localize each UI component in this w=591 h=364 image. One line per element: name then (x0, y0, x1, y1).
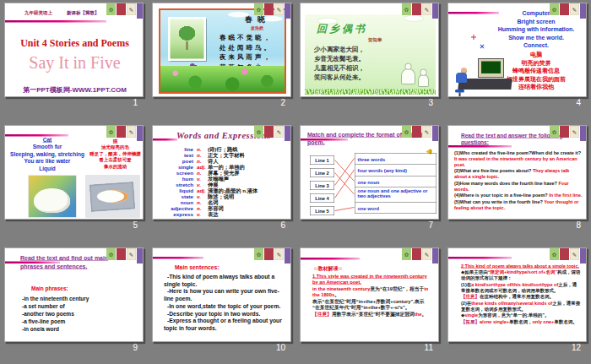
note-explanation: in the nineteenth century意为“在19世纪”，相当于in… (312, 285, 431, 298)
grass-illustration (305, 90, 436, 95)
template-corner-decoration: ✿ ✎ (253, 3, 291, 19)
lying-cat-shape (97, 190, 128, 203)
slide-cell-5: ✿ ✎ Cat Smooth fur Sleeping, waking, str… (4, 125, 144, 231)
monitor-icon (478, 58, 504, 78)
slide-number: 12 (447, 342, 587, 353)
berry-tile-icon (560, 3, 569, 15)
template-corner-decoration: ✿ ✎ (549, 3, 587, 19)
flower-tile-icon: ✿ (254, 126, 263, 138)
poem-line: Liquid (8, 165, 87, 172)
sentence-item: -This kind of poem always talks about a … (164, 273, 284, 288)
sparkle-icon (479, 43, 485, 50)
white-cat-shape (34, 188, 70, 213)
pen-tile-icon: ✎ (570, 126, 579, 138)
slide-cell-1: 九年级英语上 新课标【冀教】 ✿ ✎ Unit 4 Stories and Po… (4, 3, 144, 108)
slide-10-thumbnail[interactable]: ✿ ✎ Main sentences: -This kind of poem a… (152, 247, 291, 342)
sentence-item: -In one word,state the topic of your poe… (164, 302, 284, 310)
old-man-cartoon (401, 68, 415, 84)
poem-line: 笑问客从何处来。 (314, 73, 365, 82)
poem-line: 油光锃亮的毛 (87, 144, 144, 151)
vocab-meaning: 陈述；说明 (208, 193, 234, 199)
poem-text: 少小离家老大回， 乡音无改鬓毛衰。 儿童相见不相识， 笑问客从何处来。 (314, 45, 365, 82)
berry-tile-icon (412, 126, 421, 138)
poem-line: Sleeping, waking, stretching (8, 150, 87, 158)
slide-cell-10: ✿ ✎ Main sentences: -This kind of poem a… (152, 247, 291, 353)
note-rule: ◆single为形容词，意为“单一的;单独的”。 (461, 312, 581, 318)
vocab-meaning: 单一的；单独的 (208, 164, 245, 170)
vocab-pos: v. (197, 182, 208, 187)
poem-line: Connect. (491, 41, 582, 50)
pen-tile-icon: ✎ (274, 248, 284, 260)
slide-7-thumbnail[interactable]: ✿ ✎ Match and complete the format of a f… (300, 125, 439, 220)
slide-5-thumbnail[interactable]: ✿ ✎ Cat Smooth fur Sleeping, waking, str… (4, 125, 144, 220)
slide-11-thumbnail[interactable]: ✿ ✎ ☆教材解读☆ 1.This style was created in t… (300, 247, 439, 342)
answer-text: It was created in the nineteenth century… (454, 156, 577, 167)
lotus-pond-illustration (160, 66, 285, 92)
pen-tile-icon: ✎ (127, 3, 136, 15)
purple-corner-block (137, 248, 144, 263)
slide-number: 9 (4, 342, 144, 353)
slide-number: 5 (4, 220, 144, 231)
slide-3-thumbnail[interactable]: 回乡偶书 贺知章 少小离家老大回， 乡音无改鬓毛衰。 儿童相见不相识， 笑问客从… (300, 3, 439, 97)
vocab-meaning: 形容词 (208, 205, 224, 211)
purple-corner-block (432, 126, 439, 141)
slide-number: 3 (300, 97, 439, 108)
template-corner-decoration: ✿ ✎ (401, 248, 439, 263)
pen-tile-icon: ✎ (422, 248, 431, 260)
vocab-word: single (153, 164, 197, 170)
cat-photo-left (29, 176, 76, 217)
vocab-pos: n. (197, 205, 208, 211)
template-corner-decoration: ✿ ✎ (253, 126, 291, 141)
vocab-meaning: 屏幕；荧光屏 (208, 170, 240, 176)
template-corner-decoration: ✿ ✎ (401, 3, 439, 19)
vocab-word: state (153, 193, 197, 199)
vocab-row: nounn.名词 (153, 199, 291, 205)
slide-2-thumbnail[interactable]: 春晓 孟浩然 春眠不觉晓， 处处闻啼鸟。 夜来风雨声， 花落知多少。 ✿ ✎ (152, 3, 291, 97)
slide-cell-6: ✿ ✎ Words and Expressions linen.(诗)行；路线 … (152, 125, 291, 231)
qa-item: (1)Who created the five-line poem?When d… (454, 149, 583, 167)
slide-9-thumbnail[interactable]: ✿ ✎ Read the text and find out main phra… (4, 247, 144, 342)
note-rule: (1)在a kind/sort/type of/this kind/sort/t… (461, 281, 581, 293)
vocabulary-list: linen.(诗)行；路线 textn.正文；文字材料 poetn.诗人 sin… (153, 146, 291, 217)
course-header-left: 九年级英语上 (24, 9, 52, 16)
poem-line: 看上去柔软可爱 (87, 157, 144, 164)
pen-tile-icon: ✎ (274, 126, 284, 138)
slide-12-thumbnail[interactable]: ✿ ✎ 2.This kind of poem always talks abo… (447, 247, 587, 342)
question-text: (2)What are five-line poems about? (454, 168, 531, 173)
note-sentence: 2.This kind of poem always talks about a… (461, 263, 581, 269)
vocab-row: adjectiven.形容词 (153, 205, 291, 211)
qa-item: (4)Where is your topic in a five-line po… (454, 193, 583, 198)
slide-1-thumbnail[interactable]: 九年级英语上 新课标【冀教】 ✿ ✎ Unit 4 Stories and Po… (4, 3, 144, 97)
template-corner-decoration: ✿ ✎ (549, 248, 587, 263)
vocab-pos: n. (197, 146, 208, 152)
sentence-item: -Express a thought or a feeling about yo… (164, 318, 284, 333)
computer-user-clipart (452, 57, 519, 96)
template-corner-decoration: ✿ ✎ (253, 248, 291, 263)
slide-4-thumbnail[interactable]: ✿ ✎ Computer Bright screen Humming with … (447, 3, 587, 97)
course-header-right: 新课标【冀教】 (67, 9, 100, 16)
question-text: (1)Who created the five-line poem?When d… (454, 150, 581, 155)
note-sentence: 1.This style was created in the nineteen… (312, 273, 431, 285)
poem-author: 贺知章 (368, 36, 382, 43)
sparkle-icon (471, 35, 476, 40)
purple-corner-block (580, 126, 587, 141)
slide-grid: 九年级英语上 新课标【冀教】 ✿ ✎ Unit 4 Stories and Po… (0, 0, 591, 353)
purple-corner-block (285, 126, 291, 141)
poem-line: 春眠不觉晓， (220, 33, 273, 43)
berry-tile-icon (560, 126, 569, 138)
template-corner-decoration: ✿ ✎ (549, 126, 587, 141)
flower-tile-icon: ✿ (550, 248, 559, 260)
slide-cell-8: ✿ ✎ Read the text and answer the followi… (447, 125, 587, 231)
sentence-item: -Describe your topic in two words. (164, 310, 284, 318)
site-credit: 第一PPT模板网-WWW.1PPT.COM (5, 85, 144, 95)
slide-6-thumbnail[interactable]: ✿ ✎ Words and Expressions linen.(诗)行；路线 … (152, 125, 291, 220)
tree-illustration (171, 19, 204, 59)
slide-8-thumbnail[interactable]: ✿ ✎ Read the text and answer the followi… (447, 125, 587, 220)
vocab-row: humv.发嗡嗡声 (153, 176, 291, 182)
vocab-pos: adj. (197, 164, 208, 170)
template-corner-decoration: ✿ ✎ (106, 3, 144, 19)
qa-item: (5)What can you write in the fourth line… (454, 198, 583, 210)
purple-corner-block (285, 3, 291, 19)
slide-number: 7 (300, 220, 439, 231)
slide-number: 2 (152, 97, 291, 108)
